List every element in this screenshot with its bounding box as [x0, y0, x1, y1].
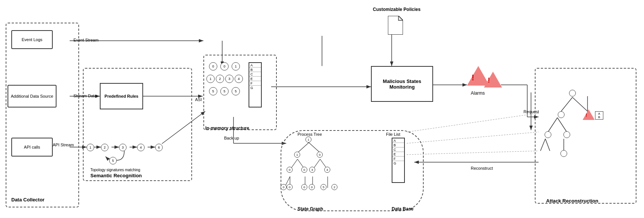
- sg-root: 1: [305, 137, 311, 143]
- list-row-f: F: [249, 81, 261, 86]
- grid-2-2: 5: [232, 87, 240, 95]
- asi-label: ASI: [195, 97, 202, 102]
- sg-l3-4: 5: [320, 184, 327, 190]
- sg-file-list: A B C E F G: [392, 138, 405, 183]
- policy-doc-icon: [388, 16, 403, 35]
- file-list-label: File List: [386, 132, 400, 137]
- ar-ab-box: AB: [595, 111, 603, 120]
- grid-0-1: 0: [220, 62, 229, 71]
- ar-root: [569, 90, 576, 97]
- grid-1-2: 3: [225, 75, 233, 83]
- event-logs-box: Event Logs: [11, 30, 53, 49]
- list-row-a: A: [249, 63, 261, 68]
- svg-line-23: [407, 113, 539, 132]
- ar-l3-0: [560, 150, 567, 157]
- grid-0-2: 1: [232, 62, 240, 71]
- diagram-container: Data Collector Event Logs Additional Dat…: [0, 0, 644, 218]
- grid-1-0: 1: [206, 75, 215, 83]
- grid-2-1: 5: [220, 87, 229, 95]
- process-tree-label: Process Tree: [298, 132, 322, 137]
- sg-l1-left: 1: [294, 152, 300, 158]
- list-row-e: E: [249, 77, 261, 81]
- svg-line-24: [407, 132, 539, 143]
- api-calls-box: API calls: [11, 138, 53, 157]
- topo-node-1: 1: [87, 144, 94, 151]
- ar-warning-triangle: [583, 109, 595, 120]
- predefined-rules-box: Predefined Rules: [100, 83, 143, 109]
- event-logs-label: Event Logs: [21, 37, 42, 42]
- sg-list-e: E: [392, 152, 404, 157]
- sg-l3-5: 2: [331, 184, 337, 190]
- sg-l2-0: 0: [287, 167, 293, 173]
- malicious-states-label: Malicious States Monitoring: [375, 78, 429, 90]
- sg-l3-3: 0: [309, 184, 315, 190]
- topo-node-2: 2: [101, 144, 108, 151]
- alarms-label: Alarms: [471, 91, 485, 96]
- additional-data-box: Additional Data Source: [8, 85, 56, 107]
- db-label: Data Base: [392, 206, 414, 212]
- ar-warning-container: !: [583, 109, 595, 120]
- reconstruct-label: Reconstruct: [471, 166, 493, 170]
- predefined-rules-label: Predefined Rules: [105, 94, 139, 98]
- sg-l2-3: 4: [324, 167, 330, 173]
- topo-node-6: 6: [155, 144, 163, 151]
- data-collector-box: [6, 23, 79, 207]
- data-collector-label: Data Collector: [11, 197, 44, 203]
- malicious-states-box: Malicious States Monitoring: [371, 66, 433, 102]
- list-row-b: B: [249, 68, 261, 72]
- warning-triangle-medium: [484, 72, 502, 88]
- warning-exclaim-medium: !: [488, 77, 490, 84]
- svg-line-25: [407, 151, 539, 155]
- topology-label: Topology signatures matching: [90, 168, 140, 172]
- sg-l2-2: 3: [309, 167, 315, 173]
- backup-label: Back up: [224, 136, 239, 140]
- warning-exclaim-large: !: [472, 73, 474, 83]
- topo-node-3: 3: [119, 144, 127, 151]
- in-memory-label: In-memory structure: [205, 126, 249, 131]
- sg-l3-2: 0: [301, 184, 307, 190]
- list-row-c: C: [249, 72, 261, 77]
- attack-recon-label: Attack Reconstruction: [546, 198, 598, 204]
- additional-data-label: Additional Data Source: [11, 94, 53, 98]
- in-memory-list: A B C E F G: [249, 62, 262, 107]
- grid-2-0: 5: [209, 87, 217, 95]
- sg-list-f: F: [392, 157, 404, 161]
- ar-l2-1: [563, 131, 570, 138]
- sg-l3-1: 0: [287, 184, 293, 190]
- grid-1-3: 4: [235, 75, 243, 83]
- topo-node-4: 4: [137, 144, 145, 151]
- list-row-g: G: [249, 86, 261, 90]
- customizable-policies-label: Customizable Policies: [373, 7, 421, 12]
- grid-1-1: 2: [216, 75, 224, 83]
- ar-l2-0: [545, 131, 551, 138]
- api-stream-label: API Stream: [53, 143, 74, 147]
- topo-node-5: 5: [109, 157, 117, 164]
- sg-l3-0: 0: [281, 184, 287, 190]
- sg-list-g: G: [392, 161, 404, 166]
- event-stream-label: Event Stream: [73, 38, 99, 42]
- ar-warning-exclaim: !: [586, 113, 587, 118]
- sg-list-b: B: [392, 143, 404, 147]
- sg-list-a: A: [392, 138, 404, 143]
- state-graph-label: State Graph: [298, 206, 323, 212]
- api-calls-label: API calls: [24, 145, 40, 149]
- sg-l2-1: 0: [301, 167, 307, 173]
- semantic-recognition-label: Semantic Recognition: [90, 173, 142, 178]
- request-label: Request: [523, 109, 539, 114]
- sg-l1-right: 0: [317, 152, 323, 158]
- sg-list-c: C: [392, 147, 404, 152]
- svg-marker-46: [398, 16, 403, 20]
- grid-0-0: 0: [209, 62, 217, 71]
- ar-l1-left: [558, 111, 565, 118]
